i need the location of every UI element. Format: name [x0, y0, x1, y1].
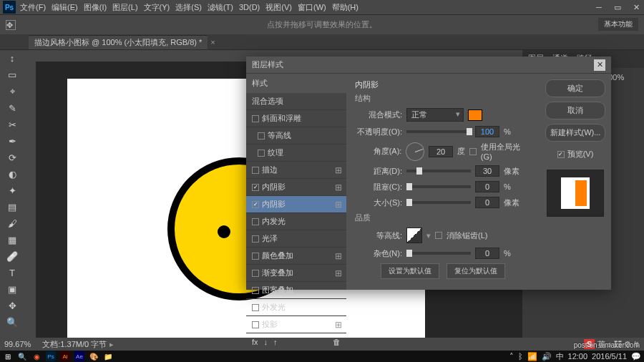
- tool-shape[interactable]: ▣: [5, 284, 19, 295]
- tab-close-icon[interactable]: ×: [210, 38, 215, 47]
- trash-icon[interactable]: 🗑: [333, 338, 341, 346]
- tool-zoom[interactable]: 🔍: [5, 317, 19, 328]
- task-ai-icon[interactable]: Ai: [60, 351, 70, 361]
- tool-hand[interactable]: ✥: [5, 300, 19, 311]
- tool-type[interactable]: 🩹: [5, 251, 19, 262]
- tray-lang-icon[interactable]: 中: [556, 351, 564, 362]
- noise-input[interactable]: 0: [475, 248, 499, 259]
- fx-icon[interactable]: fx: [252, 338, 258, 346]
- choke-slider[interactable]: [406, 185, 471, 188]
- menu-filter[interactable]: 滤镜(T): [208, 2, 233, 13]
- size-input[interactable]: 0: [475, 197, 499, 208]
- distance-input[interactable]: 30: [475, 165, 499, 177]
- task-ps-icon[interactable]: Ps: [46, 351, 56, 361]
- document-tab-active[interactable]: 描边风格小图标 @ 100% (小太阳填充, RGB/8) *: [29, 35, 208, 49]
- noise-slider[interactable]: [406, 252, 471, 255]
- ok-button[interactable]: 确定: [545, 79, 605, 97]
- style-gradientoverlay[interactable]: 渐变叠加⊞: [246, 265, 346, 282]
- clock-time[interactable]: 12:00: [568, 352, 588, 361]
- tool-wand[interactable]: ✎: [5, 103, 19, 114]
- search-icon[interactable]: 🔍: [17, 351, 27, 361]
- zoom-level[interactable]: 99.67%: [4, 340, 31, 348]
- size-slider[interactable]: [406, 201, 471, 204]
- tool-pen[interactable]: ▦: [5, 235, 19, 245]
- style-texture[interactable]: 纹理: [246, 145, 346, 162]
- opacity-input[interactable]: 100: [475, 126, 499, 137]
- clock-date[interactable]: 2016/5/11: [592, 352, 627, 361]
- tool-heal[interactable]: ⟳: [5, 152, 19, 163]
- distance-slider[interactable]: [406, 170, 471, 172]
- tray-bt-icon[interactable]: ᛒ: [518, 352, 523, 361]
- menu-edit[interactable]: 编辑(E): [52, 2, 78, 13]
- new-style-button[interactable]: 新建样式(W)...: [545, 124, 605, 142]
- tray-wifi-icon[interactable]: 📶: [527, 352, 537, 361]
- menu-type[interactable]: 文字(Y): [144, 2, 170, 13]
- menu-select[interactable]: 选择(S): [175, 2, 202, 13]
- arrow-up-icon[interactable]: ↑: [273, 338, 278, 346]
- px-label-2: 像素: [504, 197, 519, 208]
- contour-picker[interactable]: [406, 228, 422, 243]
- tool-gradient[interactable]: 🖌: [5, 218, 19, 229]
- minimize-button[interactable]: ─: [594, 3, 604, 12]
- restore-button[interactable]: ▭: [613, 3, 623, 12]
- style-innershadow-1[interactable]: 内阴影⊞: [246, 179, 346, 196]
- menu-image[interactable]: 图像(I): [84, 2, 107, 13]
- blending-options[interactable]: 混合选项: [246, 93, 346, 110]
- task-chrome-icon[interactable]: ◉: [31, 351, 42, 361]
- style-stroke[interactable]: 描边⊞: [246, 162, 346, 179]
- close-button[interactable]: ✕: [631, 3, 641, 12]
- tray-vol-icon[interactable]: 🔊: [542, 352, 552, 361]
- make-default-button[interactable]: 设置为默认值: [381, 263, 439, 279]
- menu-view[interactable]: 视图(V): [265, 2, 292, 13]
- menu-file[interactable]: 文件(F): [20, 2, 46, 13]
- start-button[interactable]: ⊞: [3, 351, 13, 361]
- reset-default-button[interactable]: 复位为默认值: [447, 263, 505, 279]
- section-title: 内阴影: [355, 79, 531, 90]
- style-patternoverlay[interactable]: 图案叠加: [246, 282, 346, 299]
- tool-crop[interactable]: ✂: [5, 119, 19, 130]
- task-ae-icon[interactable]: Ae: [74, 351, 84, 361]
- notifications-icon[interactable]: 💬: [631, 352, 641, 361]
- angle-input[interactable]: 20: [429, 146, 453, 157]
- tool-marquee[interactable]: ▭: [5, 69, 19, 80]
- style-innerglow[interactable]: 内发光: [246, 213, 346, 230]
- preview-checkbox[interactable]: [557, 151, 565, 158]
- blend-mode-select[interactable]: 正常: [406, 108, 464, 122]
- artwork-eye: [218, 225, 230, 238]
- tool-brush[interactable]: ◐: [5, 169, 19, 180]
- style-satin[interactable]: 光泽: [246, 230, 346, 248]
- tool-move[interactable]: ↕: [5, 53, 19, 64]
- shadow-color-swatch[interactable]: [468, 109, 482, 121]
- tool-path[interactable]: T: [5, 268, 19, 278]
- menu-window[interactable]: 窗口(W): [298, 2, 326, 13]
- angle-dial[interactable]: [406, 142, 424, 161]
- tool-lasso[interactable]: ⌖: [5, 86, 19, 97]
- style-bevel[interactable]: 斜面和浮雕: [246, 110, 346, 127]
- menu-layer[interactable]: 图层(L): [112, 2, 137, 13]
- workspace-switcher[interactable]: 基本功能: [598, 18, 638, 31]
- menu-help[interactable]: 帮助(H): [332, 2, 358, 13]
- tool-eraser[interactable]: ▤: [5, 202, 19, 212]
- antialias-checkbox[interactable]: [435, 232, 442, 239]
- menu-3d[interactable]: 3D(D): [239, 3, 260, 11]
- style-coloroverlay[interactable]: 颜色叠加⊞: [246, 248, 346, 265]
- opacity-slider[interactable]: [406, 130, 471, 133]
- arrow-down-icon[interactable]: ↓: [264, 338, 268, 346]
- tray-up-icon[interactable]: ˄: [509, 352, 514, 361]
- choke-label: 阻塞(C):: [355, 182, 402, 192]
- task-explorer-icon[interactable]: 📁: [103, 351, 113, 361]
- options-hint: 点按并拖移可调整效果的位置。: [267, 19, 377, 30]
- tool-eyedropper[interactable]: ✒: [5, 136, 19, 147]
- task-app-icon[interactable]: 🎨: [89, 351, 99, 361]
- chevron-right-icon[interactable]: ▸: [109, 340, 114, 349]
- global-light-checkbox[interactable]: [469, 148, 477, 155]
- tool-stamp[interactable]: ✦: [5, 185, 19, 196]
- pct-label-3: %: [504, 249, 511, 258]
- style-outerglow[interactable]: 外发光: [246, 299, 346, 316]
- style-dropshadow[interactable]: 投影⊞: [246, 316, 346, 333]
- dialog-close-button[interactable]: ✕: [594, 59, 605, 71]
- choke-input[interactable]: 0: [475, 181, 499, 192]
- cancel-button[interactable]: 取消: [545, 102, 605, 119]
- style-innershadow-2[interactable]: 内阴影⊞: [246, 196, 346, 213]
- style-contour[interactable]: 等高线: [246, 127, 346, 145]
